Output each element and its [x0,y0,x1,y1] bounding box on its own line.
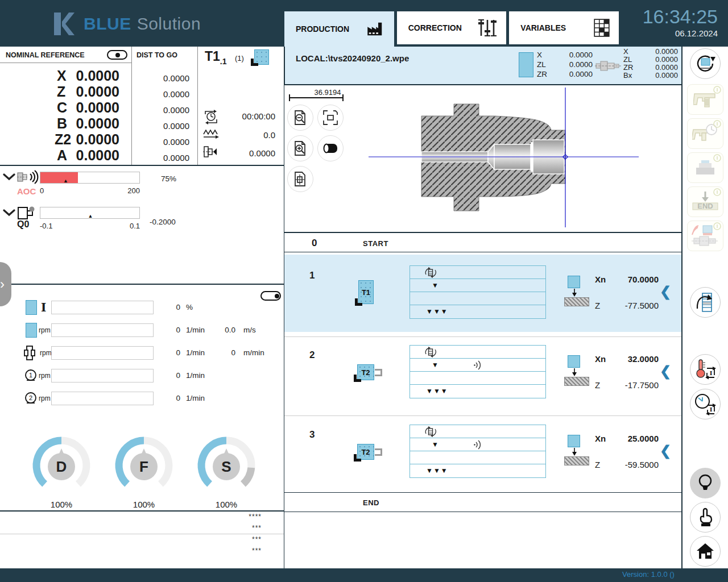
override-input[interactable] [51,323,154,337]
aoc-bar[interactable]: ▲ [40,172,140,184]
workpiece-cross-section [357,85,676,230]
override-input[interactable] [51,301,154,314]
tool-corner-mark [251,59,258,66]
program-start-row[interactable]: 0 START [284,234,681,252]
axis-row: Z2 0.0000 0.0000 [0,131,196,147]
zoom-out-button[interactable] [287,105,313,131]
info-icon [713,120,721,128]
q0-label: Q0 [17,219,29,230]
end-arrow-icon: END [690,190,720,213]
warmup-time-button[interactable]: I [690,389,721,419]
override-input[interactable] [51,369,154,383]
dist-to-go-label: DIST TO GO [136,51,177,59]
info-icon [713,86,721,94]
tab-variables[interactable]: VARIABLES [509,11,619,44]
override-row: rpm 0 1/min 0 m/min [0,346,284,360]
grind-button[interactable] [687,221,723,251]
spindle-coords: X0.0000 ZL0.0000 ZR0.0000 Bx0.0000 [623,48,678,80]
q0-marker: ▲ [88,213,93,219]
tool-offset-value: 0.0000 [218,148,275,158]
fit-view-button[interactable] [317,105,344,131]
step-operation-table: ▼ ▼▼▼ [410,345,546,398]
press-button[interactable] [687,152,723,183]
step-expand-chevron[interactable]: ❮ [660,443,671,459]
aoc-label: AOC [17,186,36,196]
program-step-2[interactable]: 2 T2 ▼ ▼▼▼ Xn 32.0000 Z -17.7500 ❮ [284,332,681,412]
override-toggle[interactable] [260,291,281,301]
material-icon [564,297,589,306]
q0-max: 0.1 [97,222,140,230]
zoom-in-button[interactable] [287,135,313,161]
program-step-1[interactable]: 1 T1 ▼ ▼▼▼ Xn 70.0000 Z -77.5000 ❮ [284,253,681,332]
move-to-end-button[interactable]: END [687,186,723,217]
workpiece-icon [519,52,533,77]
motor-2-icon: 2 [24,392,38,405]
info-icon [713,222,721,230]
status-row: *** [205,535,262,543]
sliders-icon [478,18,497,38]
info-icon [713,154,721,162]
rotate-workpiece-button[interactable] [690,48,721,79]
override-input[interactable] [51,346,154,360]
svg-text:I: I [710,370,713,376]
center-view-button[interactable] [287,166,313,192]
variables-grid-icon [594,19,610,37]
axis-row: Z 0.0000 0.0000 [0,84,196,99]
measure-button[interactable] [687,84,723,115]
clock-date: 06.12.2024 [675,28,718,38]
aoc-collapse-chevron-icon[interactable] [3,173,15,181]
touch-button[interactable] [690,502,721,533]
right-sidebar: END [682,47,728,568]
override-row: rpm 0 1/min 0.0 m/s [0,323,284,338]
q0-min: -0.1 [40,222,52,230]
dimension-line [289,97,344,98]
q0-bar[interactable]: ▲ [40,207,140,219]
panel-expander[interactable]: › [0,262,11,306]
override-input[interactable] [51,392,154,405]
gauge-s[interactable]: S 100% [195,434,258,509]
gauge-f[interactable]: F 100% [112,434,176,509]
program-step-3[interactable]: 3 T2 ▼ ▼▼▼ Xn 25.0000 Z -59.5000 ❮ [284,412,681,492]
status-row: **** [205,513,262,521]
plunge-arrow-icon [572,368,577,376]
logo-text-solution: Solution [137,14,201,34]
gauge-d[interactable]: D 100% [30,434,93,509]
turret-icon [24,346,38,360]
tab-production[interactable]: PRODUCTION [284,11,394,47]
home-button[interactable] [690,536,721,567]
nominal-reference-toggle[interactable] [107,50,127,60]
logo-text-blue: BLUE [84,14,131,34]
spindle-blue-icon [26,323,37,338]
feed-value: 0.0 [218,130,275,140]
brand-k-icon [54,13,78,35]
sound-icon [474,360,482,370]
step-expand-chevron[interactable]: ❮ [660,284,671,300]
factory-icon [366,20,385,38]
gauge-d-letter: D [56,458,67,475]
program-file-path: LOCAL:\tvs20240920_2.wpe [296,53,409,63]
lamp-button[interactable] [690,468,721,498]
goto-block-button[interactable] [690,287,721,318]
spindle-shaft-icon [595,59,621,73]
axis-row: A 0.0000 0.0000 [0,147,196,163]
warmup-button[interactable]: I [690,354,721,385]
view-3d-button[interactable] [317,135,344,161]
rotate-spindle-icon [423,347,439,357]
step-operation-table: ▼ ▼▼▼ [410,265,546,319]
material-icon [564,456,589,465]
plunge-arrow-icon [572,448,577,456]
plunge-arrow-icon [572,289,577,297]
measure-time-button[interactable] [687,118,723,149]
program-end-row[interactable]: END [284,493,681,512]
sound-icon [474,440,482,450]
cycle-timer-icon [203,110,219,124]
tab-correction[interactable]: CORRECTION [397,11,507,44]
aoc-min: 0 [40,186,44,195]
rotate-spindle-icon [423,267,439,278]
step-expand-chevron[interactable]: ❮ [660,363,671,379]
svg-text:I: I [710,406,713,413]
aoc-spindle-sound-icon [17,169,39,185]
nominal-reference-label: NOMINAL REFERENCE [6,51,85,59]
q0-collapse-chevron-icon[interactable] [3,209,15,217]
feed-wave-icon [203,129,220,139]
